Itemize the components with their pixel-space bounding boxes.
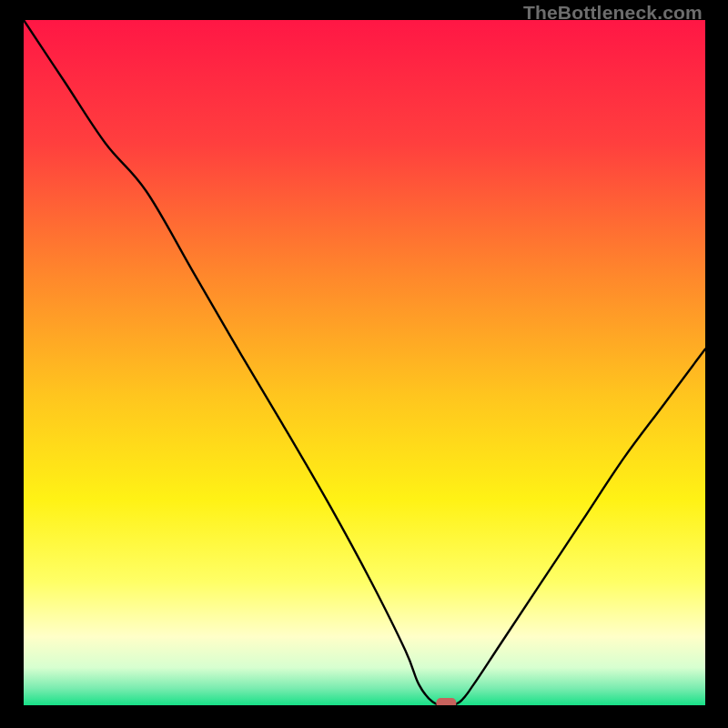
chart-frame: TheBottleneck.com bbox=[0, 0, 728, 728]
bottleneck-chart bbox=[24, 20, 705, 705]
gradient-background bbox=[24, 20, 705, 705]
plot-area bbox=[24, 20, 705, 705]
optimal-point-marker bbox=[436, 698, 456, 705]
